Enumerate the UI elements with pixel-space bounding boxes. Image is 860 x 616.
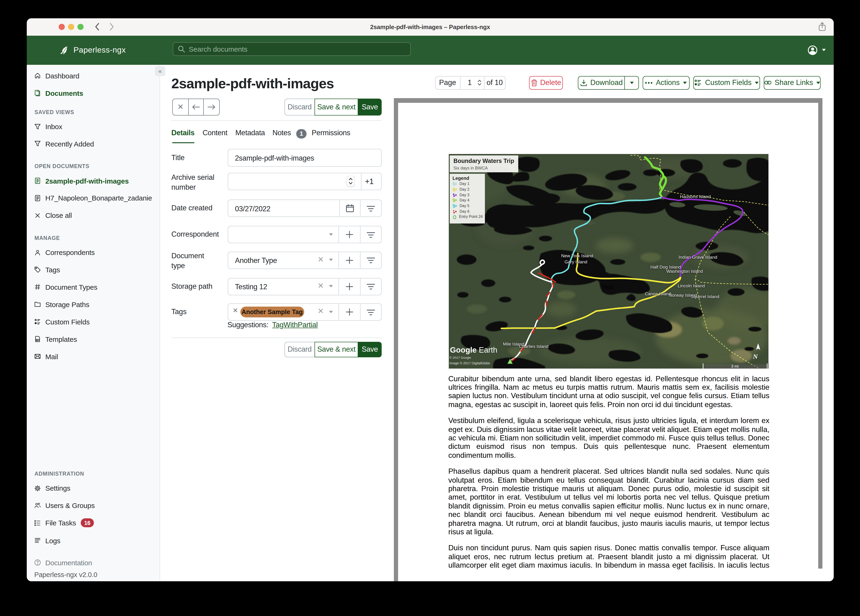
svg-text:N: N <box>752 353 758 360</box>
